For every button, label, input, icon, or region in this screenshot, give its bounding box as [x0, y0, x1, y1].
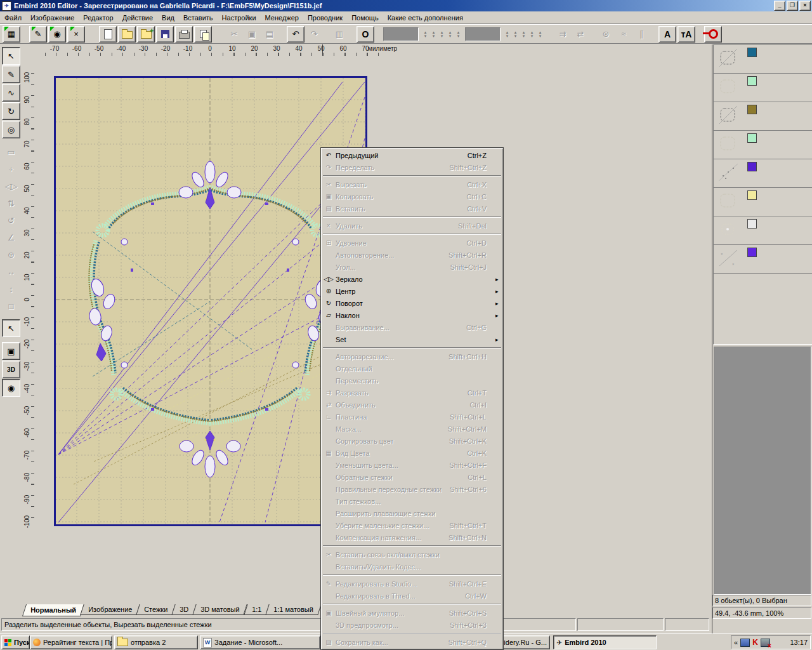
taskbar-task[interactable]: ✈Embird 2010 [553, 635, 657, 649]
object-item[interactable] [714, 45, 812, 74]
menubar-item[interactable]: Проводник [303, 13, 347, 23]
context-menu-item: ▤ВставитьCtrl+V [322, 202, 502, 215]
context-menu-item[interactable]: ⊕Центр▸ [322, 285, 502, 297]
context-menu-item: Автоповторение...Shift+Ctrl+R [322, 249, 502, 261]
context-menu-item[interactable]: ▱Наклон▸ [322, 309, 502, 321]
context-menu-item: Маска...Shift+Ctrl+M [322, 423, 502, 435]
print-button[interactable] [175, 26, 193, 43]
menu-separator [323, 175, 501, 176]
network-icon[interactable] [740, 639, 750, 647]
object-item[interactable] [714, 159, 812, 188]
lasso-tool[interactable]: ∿ [2, 84, 20, 102]
object-item[interactable] [714, 188, 812, 216]
context-menu-item: Выравнивание...Ctrl+G [322, 321, 502, 333]
v-ruler-label: 50 [23, 182, 32, 195]
open-file-button[interactable] [118, 26, 136, 43]
menubar-item[interactable]: Действие [118, 13, 157, 23]
v-ruler-label: -20 [23, 338, 32, 350]
view-tab[interactable]: 3D матовый [193, 604, 248, 615]
object-item[interactable] [714, 74, 812, 102]
zoom-tool[interactable]: ◎ [2, 121, 20, 138]
sfumato-button[interactable]: × [67, 26, 85, 43]
save-button[interactable] [156, 26, 174, 43]
spinner-grid-2[interactable]: ▴▾▴▾▴▾▴▾▴▾ [503, 30, 544, 38]
preview-box [714, 347, 811, 595]
maximize-button[interactable]: ❐ [787, 1, 798, 11]
window-title: Embird 2010 Editor - Зарегестрировано на… [14, 2, 774, 10]
context-menu-item: Уберите маленькие стежки...Shift+Ctrl+T [322, 519, 502, 531]
menubar-item[interactable]: Изображение [26, 13, 79, 23]
editor-button[interactable]: ✎ [29, 26, 47, 43]
view-tab[interactable]: Стежки [136, 604, 176, 615]
context-menu-item: ▦Вид ЦветаCtrl+K [322, 447, 502, 459]
close-button[interactable]: × [799, 1, 811, 11]
object-item[interactable] [714, 102, 812, 131]
new-file-button[interactable] [99, 26, 117, 43]
stitch-select-tool[interactable]: ✎ [2, 65, 20, 83]
h-ruler-label: 0 [200, 45, 219, 52]
view-3d-button[interactable]: 3D [2, 361, 20, 378]
taskbar-task[interactable]: отправка 2 [114, 635, 198, 649]
cut-icon: ✂ [322, 181, 336, 188]
rotate-tool[interactable]: ↻ [2, 102, 20, 120]
password-button[interactable] [704, 26, 722, 43]
submenu-arrow-icon: ▸ [495, 312, 502, 319]
context-menu-item: ∟ПластинаShift+Ctrl+L [322, 411, 502, 423]
minimize-button[interactable]: _ [774, 1, 785, 11]
object-thumbnail [716, 132, 741, 157]
start-button[interactable]: Пуск [1, 635, 30, 649]
text-button[interactable]: A [658, 26, 676, 43]
context-menu-item[interactable]: ↻Поворот▸ [322, 297, 502, 309]
context-menu-item[interactable]: ↶ПредыдущийCtrl+Z [322, 149, 502, 161]
menubar-item[interactable]: Настройки [218, 13, 261, 23]
view-tab[interactable]: Изображение [80, 604, 140, 615]
select-tool[interactable]: ↖ [2, 47, 20, 65]
menubar-item[interactable]: Файл [0, 13, 26, 23]
context-menu-item[interactable]: Set▸ [322, 333, 502, 345]
manager-button[interactable]: ▦ [3, 26, 20, 43]
hoop-button[interactable]: O [357, 26, 374, 43]
menubar-item[interactable]: Вставить [179, 13, 218, 23]
redo-button: ↷ [306, 27, 322, 42]
view-tab[interactable]: 1:1 матовый [265, 604, 321, 615]
tray-chevron[interactable]: « [734, 639, 738, 646]
object-item[interactable] [714, 216, 812, 245]
context-menu-item: ↷ПеределатьShift+Ctrl+Z [322, 161, 502, 173]
object-item[interactable] [714, 131, 812, 159]
taskbar-task[interactable]: Рерайтинг текста | Про... [30, 635, 112, 649]
context-menu-item: Переместить [322, 375, 502, 387]
system-tray: « K 13:17 [731, 635, 811, 649]
preview-mode-button[interactable]: ◉ [2, 379, 20, 397]
menubar-item[interactable]: Менеджер [261, 13, 303, 23]
copy-to-button[interactable] [194, 26, 212, 43]
digitizer-button[interactable]: ◉ [48, 26, 66, 43]
status-cell [577, 618, 664, 631]
sew-simulator-button[interactable]: ▣ [2, 342, 20, 360]
menubar-item[interactable]: Редактор [79, 13, 117, 23]
view-tab[interactable]: Нормальный [22, 604, 84, 616]
text-kern-button[interactable]: тA [678, 26, 695, 43]
context-menu-item[interactable]: ◁▷Зеркало▸ [322, 273, 502, 285]
object-item[interactable]: ×× [714, 245, 812, 274]
duplicate-icon: ⊞ [322, 239, 336, 246]
context-menu: ↶ПредыдущийCtrl+Z↷ПеределатьShift+Ctrl+Z… [320, 147, 504, 650]
undo-button[interactable]: ↶ [287, 26, 304, 43]
svg-text:×: × [732, 262, 735, 266]
vertical-ruler: 1009080706050403020100-10-20-30-40-50-60… [22, 56, 35, 600]
menu-separator [323, 604, 501, 605]
menubar-item[interactable]: Вид [157, 13, 179, 23]
taskbar-task[interactable]: WЗадание - Microsoft... [200, 635, 320, 649]
v-ruler-label: -70 [23, 449, 32, 461]
add-file-button[interactable] [137, 26, 155, 43]
menubar-item[interactable]: Помощь [347, 13, 383, 23]
pointer-mode-tool[interactable]: ↖ [2, 319, 20, 337]
object-thumbnail [716, 189, 741, 215]
paste-button: ▤ [261, 27, 278, 42]
network-offline-icon[interactable] [761, 639, 770, 647]
kaspersky-icon[interactable]: K [752, 638, 758, 647]
v-ruler-label: -60 [23, 427, 32, 439]
color-grid-icon: ▦ [322, 449, 336, 456]
spinner-grid-1[interactable]: ▴▾▴▾▴▾▴▾▴▾ [421, 30, 462, 38]
menubar-item[interactable]: Какие есть дополнения [383, 13, 468, 23]
context-menu-item: Авторазрезание...Shift+Ctrl+H [322, 350, 502, 362]
